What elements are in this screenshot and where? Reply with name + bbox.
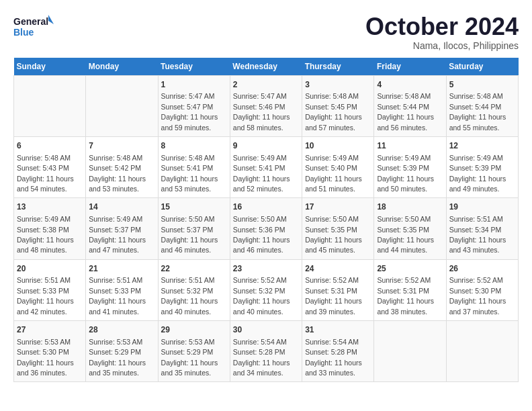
day-number: 28 (89, 324, 154, 336)
day-info: Sunrise: 5:52 AM Sunset: 5:30 PM Dayligh… (449, 276, 506, 315)
calendar-cell: 26Sunrise: 5:52 AM Sunset: 5:30 PM Dayli… (446, 259, 518, 320)
day-number: 19 (449, 201, 515, 213)
weekday-header-thursday: Thursday (302, 58, 374, 76)
day-number: 17 (305, 201, 371, 213)
day-number: 11 (377, 140, 443, 152)
day-number: 10 (305, 140, 371, 152)
calendar-cell: 24Sunrise: 5:52 AM Sunset: 5:31 PM Dayli… (302, 259, 374, 320)
day-number: 18 (377, 201, 443, 213)
calendar-cell: 21Sunrise: 5:51 AM Sunset: 5:33 PM Dayli… (86, 259, 158, 320)
day-info: Sunrise: 5:50 AM Sunset: 5:35 PM Dayligh… (305, 215, 362, 254)
day-info: Sunrise: 5:48 AM Sunset: 5:44 PM Dayligh… (377, 92, 434, 131)
day-info: Sunrise: 5:54 AM Sunset: 5:28 PM Dayligh… (233, 338, 290, 377)
calendar-cell: 1Sunrise: 5:47 AM Sunset: 5:47 PM Daylig… (158, 75, 230, 136)
day-number: 25 (377, 263, 443, 275)
calendar-cell: 3Sunrise: 5:48 AM Sunset: 5:45 PM Daylig… (302, 75, 374, 136)
weekday-header-saturday: Saturday (446, 58, 518, 76)
weekday-header-row: SundayMondayTuesdayWednesdayThursdayFrid… (14, 58, 519, 76)
calendar-cell: 27Sunrise: 5:53 AM Sunset: 5:30 PM Dayli… (14, 321, 86, 382)
calendar-cell (14, 75, 86, 136)
weekday-header-sunday: Sunday (14, 58, 86, 76)
calendar-cell: 15Sunrise: 5:50 AM Sunset: 5:37 PM Dayli… (158, 198, 230, 259)
day-info: Sunrise: 5:47 AM Sunset: 5:47 PM Dayligh… (161, 92, 218, 131)
calendar-cell: 28Sunrise: 5:53 AM Sunset: 5:29 PM Dayli… (86, 321, 158, 382)
calendar-cell (86, 75, 158, 136)
calendar-cell (446, 321, 518, 382)
day-number: 16 (233, 201, 299, 213)
day-number: 26 (449, 263, 515, 275)
calendar-cell: 29Sunrise: 5:53 AM Sunset: 5:29 PM Dayli… (158, 321, 230, 382)
calendar-cell: 13Sunrise: 5:49 AM Sunset: 5:38 PM Dayli… (14, 198, 86, 259)
day-number: 13 (17, 201, 83, 213)
day-number: 21 (89, 263, 154, 275)
week-row-5: 27Sunrise: 5:53 AM Sunset: 5:30 PM Dayli… (14, 321, 519, 382)
logo: General Blue (13, 13, 54, 40)
calendar-cell: 16Sunrise: 5:50 AM Sunset: 5:36 PM Dayli… (230, 198, 302, 259)
weekday-header-friday: Friday (374, 58, 446, 76)
day-number: 9 (233, 140, 299, 152)
calendar-cell: 30Sunrise: 5:54 AM Sunset: 5:28 PM Dayli… (230, 321, 302, 382)
day-number: 22 (161, 263, 227, 275)
day-info: Sunrise: 5:49 AM Sunset: 5:40 PM Dayligh… (305, 154, 362, 193)
calendar-cell: 19Sunrise: 5:51 AM Sunset: 5:34 PM Dayli… (446, 198, 518, 259)
day-info: Sunrise: 5:53 AM Sunset: 5:29 PM Dayligh… (161, 338, 218, 377)
title-area: October 2024 Nama, Ilocos, Philippines (365, 13, 519, 51)
weekday-header-wednesday: Wednesday (230, 58, 302, 76)
day-info: Sunrise: 5:51 AM Sunset: 5:33 PM Dayligh… (17, 276, 74, 315)
calendar-cell: 23Sunrise: 5:52 AM Sunset: 5:32 PM Dayli… (230, 259, 302, 320)
calendar-cell: 20Sunrise: 5:51 AM Sunset: 5:33 PM Dayli… (14, 259, 86, 320)
logo-svg: General Blue (13, 13, 54, 40)
svg-text:General: General (13, 16, 48, 27)
day-info: Sunrise: 5:48 AM Sunset: 5:44 PM Dayligh… (449, 92, 506, 131)
day-info: Sunrise: 5:49 AM Sunset: 5:39 PM Dayligh… (449, 154, 506, 193)
weekday-header-tuesday: Tuesday (158, 58, 230, 76)
day-info: Sunrise: 5:49 AM Sunset: 5:41 PM Dayligh… (233, 154, 290, 193)
calendar-cell: 7Sunrise: 5:48 AM Sunset: 5:42 PM Daylig… (86, 136, 158, 197)
day-number: 12 (449, 140, 515, 152)
day-number: 3 (305, 79, 371, 91)
calendar-cell: 17Sunrise: 5:50 AM Sunset: 5:35 PM Dayli… (302, 198, 374, 259)
day-info: Sunrise: 5:49 AM Sunset: 5:39 PM Dayligh… (377, 154, 434, 193)
month-title: October 2024 (365, 13, 519, 40)
day-number: 4 (377, 79, 443, 91)
day-info: Sunrise: 5:49 AM Sunset: 5:37 PM Dayligh… (89, 215, 146, 254)
day-info: Sunrise: 5:48 AM Sunset: 5:43 PM Dayligh… (17, 154, 74, 193)
day-info: Sunrise: 5:54 AM Sunset: 5:28 PM Dayligh… (305, 338, 362, 377)
header: General Blue October 2024 Nama, Ilocos, … (13, 13, 519, 51)
week-row-3: 13Sunrise: 5:49 AM Sunset: 5:38 PM Dayli… (14, 198, 519, 259)
day-number: 23 (233, 263, 299, 275)
svg-text:Blue: Blue (13, 27, 34, 38)
calendar-cell: 25Sunrise: 5:52 AM Sunset: 5:31 PM Dayli… (374, 259, 446, 320)
day-info: Sunrise: 5:53 AM Sunset: 5:29 PM Dayligh… (89, 338, 146, 377)
calendar-cell: 8Sunrise: 5:48 AM Sunset: 5:41 PM Daylig… (158, 136, 230, 197)
day-info: Sunrise: 5:51 AM Sunset: 5:32 PM Dayligh… (161, 276, 218, 315)
svg-marker-2 (48, 15, 54, 24)
calendar-cell: 5Sunrise: 5:48 AM Sunset: 5:44 PM Daylig… (446, 75, 518, 136)
day-info: Sunrise: 5:52 AM Sunset: 5:32 PM Dayligh… (233, 276, 290, 315)
day-number: 27 (17, 324, 83, 336)
day-info: Sunrise: 5:50 AM Sunset: 5:36 PM Dayligh… (233, 215, 290, 254)
day-number: 31 (305, 324, 371, 336)
week-row-1: 1Sunrise: 5:47 AM Sunset: 5:47 PM Daylig… (14, 75, 519, 136)
week-row-2: 6Sunrise: 5:48 AM Sunset: 5:43 PM Daylig… (14, 136, 519, 197)
day-info: Sunrise: 5:53 AM Sunset: 5:30 PM Dayligh… (17, 338, 74, 377)
day-number: 2 (233, 79, 299, 91)
day-number: 30 (233, 324, 299, 336)
calendar-cell: 6Sunrise: 5:48 AM Sunset: 5:43 PM Daylig… (14, 136, 86, 197)
day-number: 14 (89, 201, 154, 213)
day-number: 20 (17, 263, 83, 275)
calendar-cell: 2Sunrise: 5:47 AM Sunset: 5:46 PM Daylig… (230, 75, 302, 136)
day-info: Sunrise: 5:51 AM Sunset: 5:33 PM Dayligh… (89, 276, 146, 315)
calendar-cell (374, 321, 446, 382)
day-info: Sunrise: 5:52 AM Sunset: 5:31 PM Dayligh… (377, 276, 434, 315)
day-info: Sunrise: 5:51 AM Sunset: 5:34 PM Dayligh… (449, 215, 506, 254)
day-info: Sunrise: 5:48 AM Sunset: 5:42 PM Dayligh… (89, 154, 146, 193)
calendar-table: SundayMondayTuesdayWednesdayThursdayFrid… (13, 58, 519, 383)
day-info: Sunrise: 5:48 AM Sunset: 5:45 PM Dayligh… (305, 92, 362, 131)
day-info: Sunrise: 5:50 AM Sunset: 5:35 PM Dayligh… (377, 215, 434, 254)
day-number: 6 (17, 140, 83, 152)
calendar-cell: 11Sunrise: 5:49 AM Sunset: 5:39 PM Dayli… (374, 136, 446, 197)
weekday-header-monday: Monday (86, 58, 158, 76)
calendar-cell: 9Sunrise: 5:49 AM Sunset: 5:41 PM Daylig… (230, 136, 302, 197)
day-number: 24 (305, 263, 371, 275)
